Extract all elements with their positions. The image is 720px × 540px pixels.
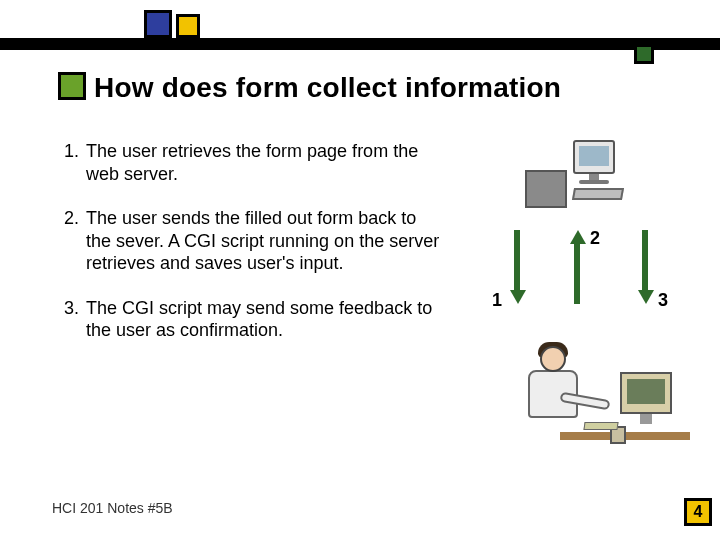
deco-square-green xyxy=(58,72,86,100)
deco-square-yellow xyxy=(176,14,200,38)
item-text: The user retrieves the form page from th… xyxy=(86,140,444,185)
slide: { "title": "How does form collect inform… xyxy=(0,0,720,540)
footer-note: HCI 201 Notes #5B xyxy=(52,500,173,516)
server-icon xyxy=(525,140,655,210)
item-number: 2. xyxy=(64,207,86,275)
item-number: 3. xyxy=(64,297,86,342)
deco-square-darkgreen xyxy=(634,44,654,64)
arrow-1-down-icon xyxy=(510,230,524,304)
item-number: 1. xyxy=(64,140,86,185)
arrow-label-2: 2 xyxy=(590,228,600,249)
page-number-badge: 4 xyxy=(684,498,712,526)
arrow-label-3: 3 xyxy=(658,290,668,311)
body-text: 1. The user retrieves the form page from… xyxy=(64,140,444,364)
page-title: How does form collect information xyxy=(94,72,561,104)
page-number: 4 xyxy=(694,503,703,521)
header-bar xyxy=(0,38,720,50)
list-item: 2. The user sends the filled out form ba… xyxy=(64,207,444,275)
arrow-label-1: 1 xyxy=(492,290,502,311)
user-at-computer-icon xyxy=(500,340,690,460)
arrow-3-down-icon xyxy=(638,230,652,304)
figure: 1 2 3 xyxy=(470,140,700,470)
item-text: The user sends the filled out form back … xyxy=(86,207,444,275)
list-item: 1. The user retrieves the form page from… xyxy=(64,140,444,185)
list-item: 3. The CGI script may send some feedback… xyxy=(64,297,444,342)
item-text: The CGI script may send some feedback to… xyxy=(86,297,444,342)
deco-square-blue xyxy=(144,10,172,38)
arrow-2-up-icon xyxy=(570,230,584,304)
